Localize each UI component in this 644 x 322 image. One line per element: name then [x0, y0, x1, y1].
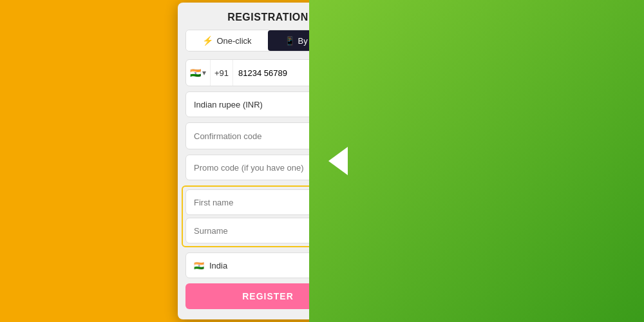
left-arrow-icon — [328, 147, 348, 175]
confirmation-code-input[interactable] — [186, 123, 326, 149]
country-code-display: +91 — [211, 60, 233, 86]
tab-oneclick[interactable]: ⚡ One-click — [186, 30, 268, 51]
currency-label: Indian rupee (INR) — [194, 100, 263, 109]
phone-icon: 📱 — [285, 36, 295, 46]
flag-chevron-icon: ▾ — [202, 68, 206, 77]
country-flag-select[interactable]: 🇮🇳 ▾ — [186, 60, 211, 86]
india-country-flag-icon: 🇮🇳 — [194, 261, 204, 270]
country-left: 🇮🇳 India — [194, 261, 227, 270]
lightning-icon: ⚡ — [202, 35, 213, 46]
right-background — [309, 0, 644, 322]
country-label: India — [209, 261, 227, 270]
india-flag-icon: 🇮🇳 — [190, 68, 201, 78]
